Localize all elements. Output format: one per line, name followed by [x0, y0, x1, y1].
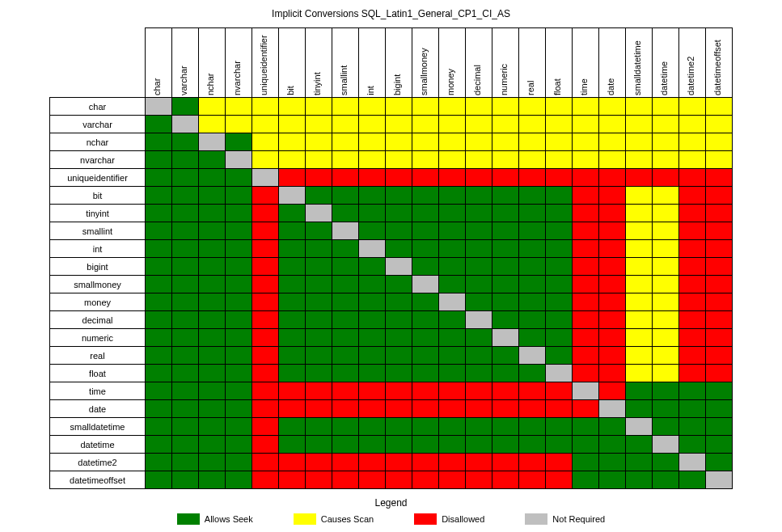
cell	[252, 400, 279, 418]
row-header-datetimeoffset: datetimeoffset	[50, 471, 146, 489]
cell	[172, 293, 199, 311]
col-header-label: bigint	[392, 86, 405, 95]
col-header-time: time	[573, 28, 599, 98]
cell	[626, 436, 653, 454]
cell	[626, 240, 653, 258]
cell	[199, 471, 226, 489]
cell	[412, 151, 439, 169]
cell	[653, 329, 679, 347]
cell	[439, 311, 466, 329]
cell	[653, 116, 679, 133]
col-header-label: decimal	[472, 86, 485, 95]
cell	[332, 436, 359, 454]
table-row: int	[50, 240, 733, 258]
col-header-money: money	[439, 28, 466, 98]
col-header-label: bit	[285, 86, 298, 95]
cell	[519, 240, 546, 258]
cell	[199, 98, 226, 116]
cell	[706, 347, 733, 365]
cell	[412, 400, 439, 418]
cell	[599, 471, 626, 489]
cell	[172, 471, 199, 489]
cell	[172, 418, 199, 436]
cell	[546, 151, 573, 169]
cell	[386, 187, 412, 205]
cell	[199, 205, 226, 222]
cell	[599, 187, 626, 205]
table-row: nvarchar	[50, 151, 733, 169]
cell	[359, 454, 386, 471]
cell	[412, 133, 439, 151]
cell	[252, 240, 279, 258]
cell	[359, 311, 386, 329]
cell	[599, 222, 626, 240]
cell	[172, 240, 199, 258]
cell	[492, 151, 519, 169]
cell	[359, 222, 386, 240]
cell	[226, 169, 252, 187]
cell	[626, 418, 653, 436]
cell	[519, 187, 546, 205]
cell	[252, 98, 279, 116]
cell	[519, 400, 546, 418]
cell	[653, 276, 679, 293]
cell	[519, 276, 546, 293]
cell	[439, 187, 466, 205]
cell	[653, 187, 679, 205]
cell	[626, 98, 653, 116]
cell	[306, 98, 332, 116]
cell	[226, 116, 252, 133]
cell	[412, 187, 439, 205]
cell	[172, 187, 199, 205]
cell	[466, 222, 492, 240]
col-header-decimal: decimal	[466, 28, 492, 98]
cell	[653, 258, 679, 276]
cell	[466, 365, 492, 382]
legend: Legend Allows Seek Causes Scan Disallowe…	[8, 497, 774, 525]
cell	[599, 276, 626, 293]
cell	[412, 293, 439, 311]
cell	[439, 382, 466, 400]
cell	[573, 151, 599, 169]
cell	[546, 222, 573, 240]
cell	[226, 347, 252, 365]
cell	[519, 454, 546, 471]
cell	[279, 436, 306, 454]
cell	[306, 205, 332, 222]
cell	[706, 133, 733, 151]
cell	[226, 418, 252, 436]
col-header-nchar: nchar	[199, 28, 226, 98]
cell	[706, 276, 733, 293]
cell	[466, 116, 492, 133]
cell	[226, 276, 252, 293]
cell	[599, 205, 626, 222]
cell	[146, 293, 172, 311]
row-header-bit: bit	[50, 187, 146, 205]
cell	[386, 400, 412, 418]
col-header-label: smallint	[339, 86, 352, 95]
cell	[626, 187, 653, 205]
cell	[679, 187, 706, 205]
cell	[573, 169, 599, 187]
cell	[492, 187, 519, 205]
cell	[332, 169, 359, 187]
cell	[466, 169, 492, 187]
cell	[172, 133, 199, 151]
cell	[252, 133, 279, 151]
cell	[332, 116, 359, 133]
cell	[706, 169, 733, 187]
table-row: real	[50, 347, 733, 365]
cell	[706, 311, 733, 329]
cell	[199, 187, 226, 205]
cell	[172, 329, 199, 347]
cell	[492, 258, 519, 276]
cell	[492, 169, 519, 187]
cell	[199, 329, 226, 347]
cell	[519, 436, 546, 454]
row-header-smallint: smallint	[50, 222, 146, 240]
cell	[199, 116, 226, 133]
cell	[706, 418, 733, 436]
cell	[306, 240, 332, 258]
cell	[226, 205, 252, 222]
legend-swatch-causes-scan	[294, 513, 316, 525]
